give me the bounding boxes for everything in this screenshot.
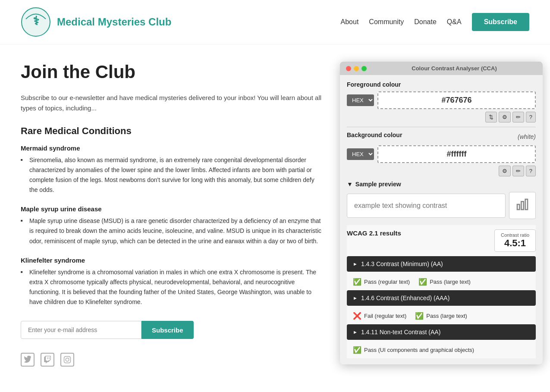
- criterion-143-result-0-text: Pass (regular text): [364, 279, 410, 285]
- criterion-1411-result-0-text: Pass (UI components and graphical object…: [364, 347, 474, 353]
- contrast-ratio-label: Contrast ratio: [501, 232, 529, 238]
- nav-qa[interactable]: Q&A: [447, 18, 462, 26]
- criterion-146-result-1: ✅ Pass (large text): [415, 312, 467, 320]
- wcag-header-row: WCAG 2.1 results Contrast ratio 4.5:1: [347, 229, 536, 252]
- foreground-label: Foreground colour: [347, 81, 536, 88]
- window-close-button[interactable]: [346, 66, 351, 71]
- condition-msud-desc: Maple syrup urine disease (MSUD) is a ra…: [21, 216, 323, 246]
- background-row: HEX: [347, 145, 536, 163]
- left-column: Join the Club Subscribe to our e-newslet…: [21, 62, 323, 367]
- svg-rect-2: [64, 357, 71, 363]
- condition-klinefelter-heading: Klinefelter syndrome: [21, 257, 323, 264]
- window-maximize-button[interactable]: [361, 66, 367, 71]
- foreground-row: HEX: [347, 91, 536, 109]
- svg-rect-5: [517, 204, 519, 210]
- condition-mermaid-heading: Mermaid syndrome: [21, 144, 323, 152]
- condition-mermaid-desc: Sirenomelia, also known as mermaid syndr…: [21, 155, 323, 195]
- background-label: Background colour: [347, 132, 402, 138]
- sample-preview-section: ▼ Sample preview example text showing co…: [347, 181, 536, 219]
- window-minimize-button[interactable]: [354, 66, 359, 71]
- section-heading: Rare Medical Conditions: [21, 125, 323, 137]
- criterion-143-result-0: ✅ Pass (regular text): [353, 278, 410, 286]
- criterion-143-result-1-text: Pass (large text): [430, 279, 471, 285]
- criterion-1411-label: 1.4.11 Non-text Contrast (AA): [361, 329, 440, 336]
- background-format-select[interactable]: HEX: [347, 148, 374, 160]
- criterion-143-result-1: ✅ Pass (large text): [418, 278, 471, 286]
- condition-mermaid: Mermaid syndrome Sirenomelia, also known…: [21, 144, 323, 195]
- pass-icon-1: ✅: [418, 278, 427, 286]
- chart-icon: [515, 198, 529, 211]
- site-title: Medical Mysteries Club: [57, 16, 171, 28]
- svg-point-3: [66, 358, 69, 361]
- sample-preview-label: Sample preview: [355, 181, 401, 188]
- condition-klinefelter: Klinefelter syndrome Klinefelter syndrom…: [21, 257, 323, 307]
- divider-1: [347, 127, 536, 127]
- sample-chart-button[interactable]: [509, 192, 536, 219]
- svg-rect-6: [521, 201, 523, 210]
- wcag-title: WCAG 2.1 results: [347, 229, 401, 237]
- background-header: Background colour (white): [347, 132, 536, 142]
- page-title: Join the Club: [21, 62, 323, 82]
- cca-title: Colour Contrast Analyser (CCA): [372, 65, 537, 72]
- nav-about[interactable]: About: [341, 18, 359, 26]
- criterion-146[interactable]: ► 1.4.6 Contrast (Enhanced) (AAA): [347, 290, 536, 306]
- background-eyedropper-button[interactable]: ✏: [512, 166, 524, 176]
- criterion-146-result-0-text: Fail (regular text): [364, 313, 406, 319]
- foreground-tools: ⇅ ⚙ ✏ ?: [347, 112, 536, 122]
- foreground-hex-input[interactable]: [377, 91, 536, 109]
- logo-icon: ⚕: [21, 7, 51, 37]
- nav-donate[interactable]: Donate: [414, 18, 437, 26]
- twitch-icon[interactable]: [41, 353, 54, 367]
- site-header: ⚕ Medical Mysteries Club About Community…: [0, 0, 550, 44]
- pass-icon-3: ✅: [353, 346, 361, 354]
- cca-window: Colour Contrast Analyser (CCA) Foregroun…: [340, 62, 543, 364]
- criterion-143-results: ✅ Pass (regular text) ✅ Pass (large text…: [347, 274, 536, 290]
- email-input[interactable]: [21, 321, 141, 339]
- window-controls: [346, 66, 367, 71]
- foreground-settings-button[interactable]: ⚙: [499, 112, 511, 122]
- sample-text-box: example text showing contrast: [347, 194, 506, 218]
- nav-community[interactable]: Community: [369, 18, 404, 26]
- condition-msud: Maple syrup urine disease Maple syrup ur…: [21, 205, 323, 246]
- criterion-146-arrow: ►: [353, 295, 358, 301]
- fail-icon-0: ❌: [353, 312, 361, 320]
- cca-body: Foreground colour HEX ⇅ ⚙ ✏ ? Background: [340, 75, 543, 364]
- background-hex-input[interactable]: [377, 145, 536, 163]
- criterion-1411-arrow: ►: [353, 329, 358, 335]
- criterion-1411[interactable]: ► 1.4.11 Non-text Contrast (AA): [347, 324, 536, 340]
- social-icons: [21, 353, 323, 367]
- background-tools: ⚙ ✏ ?: [347, 166, 536, 176]
- foreground-help-button[interactable]: ?: [526, 112, 536, 122]
- sample-text: example text showing contrast: [354, 202, 447, 209]
- background-settings-button[interactable]: ⚙: [499, 166, 511, 176]
- pass-icon-0: ✅: [353, 278, 361, 286]
- criterion-146-result-1-text: Pass (large text): [426, 313, 467, 319]
- foreground-format-select[interactable]: HEX: [347, 94, 374, 106]
- collapse-arrow-icon: ▼: [347, 181, 353, 188]
- criterion-146-result-0: ❌ Fail (regular text): [353, 312, 406, 320]
- background-white-label: (white): [518, 133, 536, 140]
- contrast-ratio-box: Contrast ratio 4.5:1: [494, 229, 536, 252]
- wcag-section: WCAG 2.1 results Contrast ratio 4.5:1 ► …: [347, 225, 536, 358]
- form-subscribe-button[interactable]: Subscribe: [141, 321, 194, 339]
- sample-preview-header[interactable]: ▼ Sample preview: [347, 181, 536, 188]
- twitter-icon[interactable]: [21, 353, 35, 367]
- sample-preview-content: example text showing contrast: [347, 192, 536, 219]
- cca-titlebar: Colour Contrast Analyser (CCA): [340, 62, 543, 75]
- email-form: Subscribe: [21, 321, 323, 339]
- foreground-swap-button[interactable]: ⇅: [485, 112, 497, 122]
- right-column: Colour Contrast Analyser (CCA) Foregroun…: [340, 62, 543, 367]
- svg-text:⚕: ⚕: [33, 14, 39, 28]
- main-nav: About Community Donate Q&A Subscribe: [341, 13, 529, 31]
- foreground-eyedropper-button[interactable]: ✏: [512, 112, 524, 122]
- criterion-143[interactable]: ► 1.4.3 Contrast (Minimum) (AA): [347, 256, 536, 272]
- instagram-icon[interactable]: [60, 353, 74, 367]
- main-layout: Join the Club Subscribe to our e-newslet…: [0, 44, 550, 384]
- criterion-1411-result-0: ✅ Pass (UI components and graphical obje…: [353, 346, 474, 354]
- background-help-button[interactable]: ?: [526, 166, 536, 176]
- pass-icon-2: ✅: [415, 312, 424, 320]
- condition-msud-heading: Maple syrup urine disease: [21, 205, 323, 213]
- header-subscribe-button[interactable]: Subscribe: [472, 13, 529, 31]
- criterion-146-results: ❌ Fail (regular text) ✅ Pass (large text…: [347, 308, 536, 324]
- condition-klinefelter-desc: Klinefelter syndrome is a chromosomal va…: [21, 267, 323, 307]
